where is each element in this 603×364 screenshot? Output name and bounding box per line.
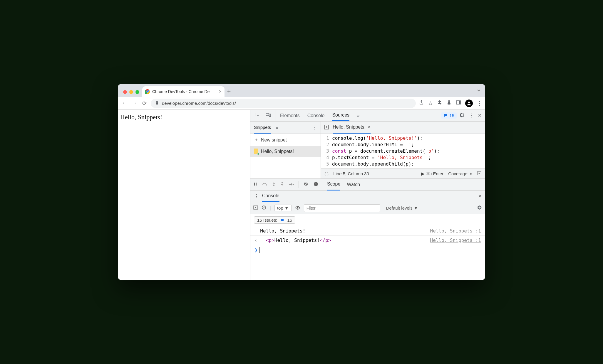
deactivate-breakpoints-icon[interactable] bbox=[304, 182, 309, 188]
log-levels-selector[interactable]: Default levels ▼ bbox=[384, 205, 421, 211]
live-expression-icon[interactable] bbox=[295, 205, 300, 210]
tab-overflow[interactable]: » bbox=[357, 110, 360, 121]
kebab-icon[interactable]: ⋮ bbox=[469, 113, 474, 118]
expand-caret-icon[interactable]: ‹ bbox=[254, 237, 257, 243]
tab-sources[interactable]: Sources bbox=[332, 110, 349, 121]
svg-point-17 bbox=[293, 184, 294, 185]
close-window[interactable] bbox=[123, 90, 127, 94]
issues-badge[interactable]: 15 bbox=[441, 112, 457, 119]
pretty-print-icon[interactable]: { } bbox=[324, 171, 329, 176]
extensions-icon[interactable] bbox=[437, 100, 442, 107]
chat-icon bbox=[443, 114, 448, 118]
drawer-menu-icon[interactable]: ⋮ bbox=[254, 193, 259, 199]
tab-list-button[interactable] bbox=[476, 88, 481, 94]
svg-point-15 bbox=[273, 185, 274, 186]
account-icon[interactable] bbox=[465, 100, 473, 107]
browser-window: Chrome DevTools - Chrome De × + ← → ⟳ de… bbox=[118, 84, 485, 280]
devtools-tabbar: Elements Console Sources » 15 ⋮ ✕ bbox=[250, 110, 485, 122]
tab-elements[interactable]: Elements bbox=[280, 110, 300, 121]
labs-icon[interactable] bbox=[446, 100, 452, 107]
scope-tab[interactable]: Scope bbox=[327, 179, 340, 191]
console-log-row: Hello, Snippets!Hello, Snippets!:1 bbox=[250, 226, 485, 236]
back-button[interactable]: ← bbox=[121, 100, 128, 106]
svg-rect-9 bbox=[269, 114, 271, 117]
share-icon[interactable] bbox=[419, 100, 424, 107]
chrome-icon bbox=[145, 89, 150, 94]
minimize-window[interactable] bbox=[129, 90, 133, 94]
console-drawer-tab[interactable]: Console bbox=[262, 191, 279, 202]
svg-rect-13 bbox=[256, 183, 257, 186]
debugger-toolbar: Scope Watch bbox=[250, 179, 485, 191]
svg-rect-12 bbox=[254, 183, 255, 186]
pause-icon[interactable] bbox=[253, 182, 257, 187]
new-tab-button[interactable]: + bbox=[225, 87, 233, 97]
step-into-icon[interactable] bbox=[272, 182, 276, 188]
sidepanel-icon[interactable] bbox=[456, 100, 461, 107]
issues-chip[interactable]: 15 Issues: 15 bbox=[254, 216, 295, 224]
console-settings-icon[interactable] bbox=[477, 205, 482, 211]
source-link[interactable]: Hello, Snippets!:1 bbox=[430, 237, 481, 243]
svg-point-25 bbox=[297, 207, 298, 209]
maximize-window[interactable] bbox=[135, 90, 139, 94]
browser-tab[interactable]: Chrome DevTools - Chrome De × bbox=[142, 86, 225, 97]
context-selector[interactable]: top ▼ bbox=[274, 205, 292, 211]
editor-statusbar: { } Line 5, Column 30 ▶ ⌘+Enter Coverage… bbox=[321, 168, 485, 178]
devtools-panel: Elements Console Sources » 15 ⋮ ✕ bbox=[250, 110, 485, 280]
cursor-position: Line 5, Column 30 bbox=[333, 171, 369, 176]
snippet-file-icon bbox=[254, 149, 259, 154]
content-area: Hello, Snippets! Elements Console Source… bbox=[118, 110, 485, 280]
new-snippet-button[interactable]: ＋ New snippet bbox=[250, 134, 321, 146]
url-text: developer.chrome.com/docs/devtools/ bbox=[162, 101, 236, 106]
svg-point-14 bbox=[266, 184, 267, 186]
snippet-item[interactable]: Hello, Snippets! bbox=[250, 146, 321, 157]
device-toggle-icon[interactable] bbox=[266, 112, 272, 119]
address-bar[interactable]: developer.chrome.com/docs/devtools/ bbox=[151, 99, 416, 108]
address-toolbar: ← → ⟳ developer.chrome.com/docs/devtools… bbox=[118, 97, 485, 110]
reload-button[interactable]: ⟳ bbox=[141, 100, 148, 107]
inspect-icon[interactable] bbox=[254, 112, 260, 119]
svg-rect-21 bbox=[316, 185, 316, 185]
svg-line-24 bbox=[263, 206, 265, 209]
svg-rect-10 bbox=[324, 125, 329, 129]
editor-file-tab[interactable]: Hello, Snippets! × bbox=[333, 122, 371, 134]
code-source: console.log('Hello, Snippets!'); documen… bbox=[332, 135, 440, 167]
sources-pane: Snippets » ⋮ ＋ New snippet Hello, Snippe… bbox=[250, 122, 485, 179]
code-editor[interactable]: 12345 console.log('Hello, Snippets!'); d… bbox=[321, 134, 485, 168]
forward-button[interactable]: → bbox=[131, 100, 138, 106]
navigator-menu[interactable]: ⋮ bbox=[312, 125, 317, 130]
svg-rect-11 bbox=[478, 171, 481, 175]
coverage-label: Coverage: n bbox=[448, 171, 472, 176]
clear-console-icon[interactable] bbox=[262, 205, 266, 211]
pause-exceptions-icon[interactable] bbox=[314, 182, 318, 188]
step-over-icon[interactable] bbox=[262, 182, 267, 187]
editor-nav-icon[interactable] bbox=[324, 124, 329, 131]
svg-rect-5 bbox=[459, 101, 460, 104]
editor-pane: Hello, Snippets! × 12345 console.log('He… bbox=[321, 122, 485, 178]
watch-tab[interactable]: Watch bbox=[347, 179, 360, 191]
console-filter-input[interactable] bbox=[304, 204, 380, 212]
toolbar-icons: ☆ ⋮ bbox=[419, 100, 482, 107]
close-drawer-icon[interactable]: × bbox=[478, 193, 482, 200]
snippets-tab[interactable]: Snippets bbox=[254, 122, 271, 134]
navigator-overflow[interactable]: » bbox=[276, 125, 278, 130]
step-out-icon[interactable] bbox=[280, 182, 284, 188]
line-gutter: 12345 bbox=[321, 135, 332, 167]
console-drawer-header: ⋮ Console × bbox=[250, 191, 485, 202]
navigator-pane: Snippets » ⋮ ＋ New snippet Hello, Snippe… bbox=[250, 122, 321, 178]
close-devtools-icon[interactable]: ✕ bbox=[478, 113, 482, 118]
settings-icon[interactable] bbox=[459, 112, 465, 119]
source-link[interactable]: Hello, Snippets!:1 bbox=[430, 228, 481, 234]
window-controls bbox=[121, 90, 142, 97]
statusbar-menu[interactable] bbox=[477, 171, 482, 176]
tab-console[interactable]: Console bbox=[307, 110, 325, 121]
close-tab-icon[interactable]: × bbox=[219, 89, 222, 94]
run-snippet-button[interactable]: ▶ ⌘+Enter bbox=[421, 171, 443, 176]
close-file-icon[interactable]: × bbox=[368, 124, 371, 130]
step-icon[interactable] bbox=[289, 182, 294, 187]
console-sidebar-icon[interactable] bbox=[253, 205, 258, 211]
console-log-row: ‹ <p>Hello, Snippets!</p>Hello, Snippets… bbox=[250, 236, 485, 245]
lock-icon bbox=[155, 101, 159, 106]
star-icon[interactable]: ☆ bbox=[428, 100, 433, 107]
console-prompt[interactable]: ❯ bbox=[250, 245, 485, 255]
menu-icon[interactable]: ⋮ bbox=[477, 100, 482, 107]
